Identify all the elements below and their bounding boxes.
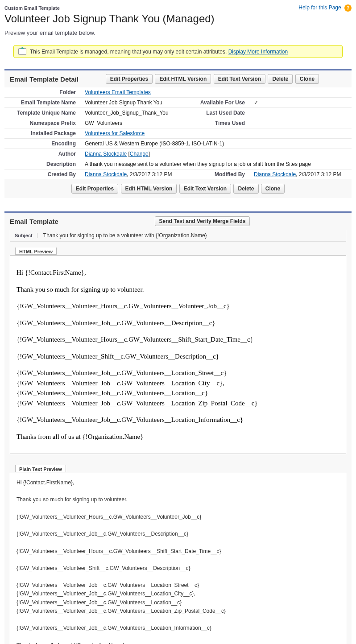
field-label: Description <box>4 159 80 169</box>
field-label: Last Used Date <box>182 108 249 118</box>
template-section: Email Template Send Test and Verify Merg… <box>4 211 352 644</box>
preview-line: Thank you so much for signing up to volu… <box>17 495 339 504</box>
field-label: Template Unique Name <box>4 108 80 118</box>
preview-line: {!GW_Volunteers__Volunteer_Job__c.GW_Vol… <box>17 624 339 632</box>
field-value <box>249 108 352 118</box>
preview-line: Thanks from all of us at {!Organization.… <box>17 432 339 442</box>
preview-line: {!GW_Volunteers__Volunteer_Job__c.GW_Vol… <box>17 415 339 425</box>
author-link[interactable]: Dianna Stockdale <box>85 151 127 157</box>
preview-line: {!GW_Volunteers__Volunteer_Job__c.GW_Vol… <box>17 318 339 328</box>
field-label: Available For Use <box>182 98 249 108</box>
preview-line: {!GW_Volunteers__Volunteer_Shift__c.GW_V… <box>17 564 339 573</box>
html-preview-label: HTML Preview <box>15 248 57 255</box>
field-value: A thank you message sent to a volunteer … <box>80 159 352 169</box>
field-value: GW_Volunteers <box>80 118 182 128</box>
preview-line: {!GW_Volunteers__Volunteer_Job__c.GW_Vol… <box>17 530 339 538</box>
preview-line: {!GW_Volunteers__Volunteer_Hours__c.GW_V… <box>17 547 339 556</box>
edit-properties-button[interactable]: Edit Properties <box>106 74 153 84</box>
plain-preview-box: Hi {!Contact.FirstName}, Thank you so mu… <box>10 473 346 644</box>
preview-line: {!GW_Volunteers__Volunteer_Hours__c.GW_V… <box>17 513 339 521</box>
edit-html-button[interactable]: Edit HTML Version <box>121 184 177 194</box>
display-more-link[interactable]: Display More Information <box>228 49 288 55</box>
delete-button[interactable]: Delete <box>233 184 258 194</box>
field-label: Folder <box>4 87 80 98</box>
plain-preview-label: Plain Text Preview <box>15 465 66 472</box>
field-label: Author <box>4 149 80 159</box>
field-label: Namespace Prefix <box>4 118 80 128</box>
preview-line: Thanks from all of us at {!Organization.… <box>17 641 339 644</box>
preview-line: {!GW_Volunteers__Volunteer_Job__c.GW_Vol… <box>17 599 182 606</box>
detail-section-title: Email Template Detail <box>10 75 79 83</box>
notice-text: This Email Template is managed, meaning … <box>30 49 227 55</box>
edit-properties-button[interactable]: Edit Properties <box>71 184 118 194</box>
preview-line: {!GW_Volunteers__Volunteer_Job__c.GW_Vol… <box>17 582 199 588</box>
edit-text-button[interactable]: Edit Text Version <box>179 184 231 194</box>
preview-line: Hi {!Contact.FirstName}, <box>17 268 339 278</box>
preview-line: {!GW_Volunteers__Volunteer_Job__c.GW_Vol… <box>17 389 208 396</box>
html-preview-box: Hi {!Contact.FirstName}, Thank you so mu… <box>10 255 346 454</box>
field-label: Encoding <box>4 139 80 149</box>
modified-by-link[interactable]: Dianna Stockdale <box>254 171 296 178</box>
preview-line: {!GW_Volunteers__Volunteer_Job__c.GW_Vol… <box>17 608 226 614</box>
preview-line: {!GW_Volunteers__Volunteer_Shift__c.GW_V… <box>17 351 339 362</box>
edit-text-button[interactable]: Edit Text Version <box>214 74 265 84</box>
modified-date: , 2/3/2017 3:12 PM <box>296 171 341 178</box>
intro-text: Preview your email template below. <box>4 29 352 36</box>
field-value: General US & Western Europe (ISO-8859-1,… <box>80 139 352 149</box>
field-value: Volunteer_Job_Signup_Thank_You <box>80 108 182 118</box>
field-label: Times Used <box>182 118 249 128</box>
edit-html-button[interactable]: Edit HTML Version <box>155 74 211 84</box>
field-label: Created By <box>4 169 80 180</box>
available-check-icon: ✓ <box>249 98 352 108</box>
preview-line: {!GW_Volunteers__Volunteer_Job__c.GW_Vol… <box>17 380 224 387</box>
detail-table: Folder Volunteers Email Templates Email … <box>4 87 352 179</box>
clone-button[interactable]: Clone <box>261 184 285 194</box>
field-label: Modified By <box>182 169 249 180</box>
created-date: , 2/3/2017 3:12 PM <box>127 171 172 178</box>
field-value: Volunteer Job Signup Thank You <box>80 98 182 108</box>
detail-section: Email Template Detail Edit Properties Ed… <box>4 69 352 198</box>
field-label: Email Template Name <box>4 98 80 108</box>
subject-label: Subject <box>15 233 37 238</box>
preview-line: {!GW_Volunteers__Volunteer_Hours__c.GW_V… <box>17 301 339 311</box>
created-by-link[interactable]: Dianna Stockdale <box>85 171 127 178</box>
folder-link[interactable]: Volunteers Email Templates <box>85 89 151 95</box>
send-test-button[interactable]: Send Test and Verify Merge Fields <box>155 216 250 226</box>
page-eyebrow: Custom Email Template <box>4 5 60 11</box>
field-value <box>249 118 352 128</box>
subject-value: Thank you for signing up to be a volunte… <box>43 232 207 239</box>
help-icon[interactable]: ? <box>344 4 352 12</box>
clone-button[interactable]: Clone <box>295 74 319 84</box>
delete-button[interactable]: Delete <box>268 74 293 84</box>
page-title: Volunteer Job Signup Thank You (Managed) <box>4 12 352 25</box>
template-section-title: Email Template <box>10 218 58 225</box>
preview-line: Hi {!Contact.FirstName}, <box>17 479 339 487</box>
preview-line: Thank you so much for signing up to volu… <box>17 285 339 295</box>
preview-line: {!GW_Volunteers__Volunteer_Job__c.GW_Vol… <box>17 400 258 407</box>
preview-line: {!GW_Volunteers__Volunteer_Job__c.GW_Vol… <box>17 590 195 597</box>
package-icon <box>18 48 26 55</box>
managed-notice: This Email Template is managed, meaning … <box>13 45 343 58</box>
preview-line: {!GW_Volunteers__Volunteer_Job__c.GW_Vol… <box>17 369 227 376</box>
help-link[interactable]: Help for this Page <box>298 4 341 11</box>
package-link[interactable]: Volunteers for Salesforce <box>85 130 145 136</box>
change-author-link[interactable]: Change <box>130 151 149 157</box>
preview-line: {!GW_Volunteers__Volunteer_Hours__c.GW_V… <box>17 334 339 345</box>
field-label: Installed Package <box>4 128 80 139</box>
